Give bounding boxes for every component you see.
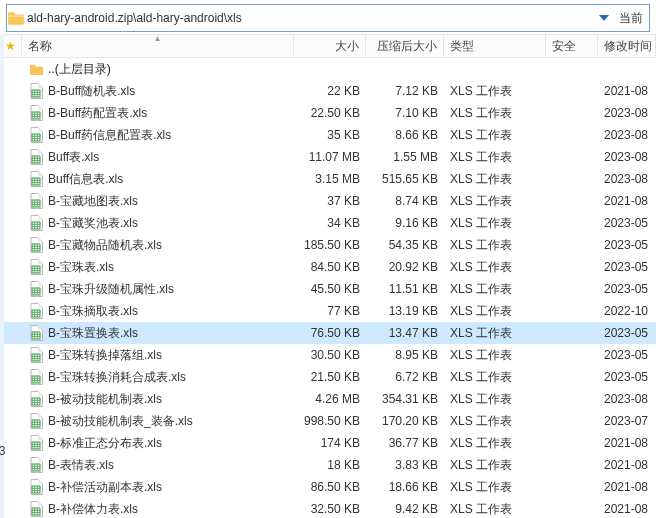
mtime-cell: 2023-08 <box>598 128 656 142</box>
type-cell: XLS 工作表 <box>444 501 546 518</box>
packed-cell: 20.92 KB <box>366 260 444 274</box>
packed-cell: 18.66 KB <box>366 480 444 494</box>
size-cell: 37 KB <box>294 194 366 208</box>
file-name: B-宝珠升级随机属性.xls <box>48 281 174 298</box>
name-cell: B-被动技能机制表_装备.xls <box>22 413 294 430</box>
xls-file-icon <box>28 149 44 165</box>
type-cell: XLS 工作表 <box>444 325 546 342</box>
name-cell: B-Buff药信息配置表.xls <box>22 127 294 144</box>
packed-cell: 6.72 KB <box>366 370 444 384</box>
size-cell: 76.50 KB <box>294 326 366 340</box>
parent-dir-row[interactable]: ..(上层目录) <box>0 58 656 80</box>
packed-cell: 7.10 KB <box>366 106 444 120</box>
type-cell: XLS 工作表 <box>444 479 546 496</box>
table-row[interactable]: B-被动技能机制表_装备.xls998.50 KB170.20 KBXLS 工作… <box>0 410 656 432</box>
table-row[interactable]: B-宝珠转换消耗合成表.xls21.50 KB6.72 KBXLS 工作表202… <box>0 366 656 388</box>
header-mtime[interactable]: 修改时间 <box>598 35 656 57</box>
address-side-label: 当前 <box>613 10 649 27</box>
type-cell: XLS 工作表 <box>444 259 546 276</box>
file-name: B-标准正态分布表.xls <box>48 435 162 452</box>
header-safe[interactable]: 安全 <box>546 35 598 57</box>
truncated-fragment: 23 <box>0 444 5 458</box>
table-row[interactable]: B-Buff药信息配置表.xls35 KB8.66 KBXLS 工作表2023-… <box>0 124 656 146</box>
size-cell: 21.50 KB <box>294 370 366 384</box>
name-cell: B-补偿活动副本表.xls <box>22 479 294 496</box>
packed-cell: 1.55 MB <box>366 150 444 164</box>
table-row[interactable]: B-被动技能机制表.xls4.26 MB354.31 KBXLS 工作表2023… <box>0 388 656 410</box>
xls-file-icon <box>28 391 44 407</box>
name-cell: B-标准正态分布表.xls <box>22 435 294 452</box>
type-cell: XLS 工作表 <box>444 127 546 144</box>
table-row[interactable]: B-宝珠表.xls84.50 KB20.92 KBXLS 工作表2023-05 <box>0 256 656 278</box>
size-cell: 22.50 KB <box>294 106 366 120</box>
name-cell: B-宝藏奖池表.xls <box>22 215 294 232</box>
table-row[interactable]: B-Buff随机表.xls22 KB7.12 KBXLS 工作表2021-08 <box>0 80 656 102</box>
size-cell: 998.50 KB <box>294 414 366 428</box>
mtime-cell: 2023-05 <box>598 216 656 230</box>
xls-file-icon <box>28 435 44 451</box>
table-row[interactable]: B-宝珠升级随机属性.xls45.50 KB11.51 KBXLS 工作表202… <box>0 278 656 300</box>
table-row[interactable]: B-宝珠转换掉落组.xls30.50 KB8.95 KBXLS 工作表2023-… <box>0 344 656 366</box>
mtime-cell: 2023-08 <box>598 172 656 186</box>
packed-cell: 13.19 KB <box>366 304 444 318</box>
mtime-cell: 2023-07 <box>598 414 656 428</box>
xls-file-icon <box>28 457 44 473</box>
table-row[interactable]: Buff信息表.xls3.15 MB515.65 KBXLS 工作表2023-0… <box>0 168 656 190</box>
packed-cell: 13.47 KB <box>366 326 444 340</box>
header-type-label: 类型 <box>450 38 474 55</box>
mtime-cell: 2023-05 <box>598 370 656 384</box>
packed-cell: 354.31 KB <box>366 392 444 406</box>
file-name: B-宝珠置换表.xls <box>48 325 138 342</box>
type-cell: XLS 工作表 <box>444 347 546 364</box>
address-path: ald-hary-android.zip\ald-hary-android\xl… <box>25 11 595 25</box>
packed-cell: 11.51 KB <box>366 282 444 296</box>
header-packed[interactable]: 压缩后大小 <box>366 35 444 57</box>
size-cell: 4.26 MB <box>294 392 366 406</box>
type-cell: XLS 工作表 <box>444 237 546 254</box>
packed-cell: 36.77 KB <box>366 436 444 450</box>
table-row[interactable]: B-补偿体力表.xls32.50 KB9.42 KBXLS 工作表2021-08 <box>0 498 656 518</box>
xls-file-icon <box>28 237 44 253</box>
address-dropdown[interactable] <box>595 15 613 21</box>
packed-cell: 8.95 KB <box>366 348 444 362</box>
xls-file-icon <box>28 215 44 231</box>
size-cell: 22 KB <box>294 84 366 98</box>
mtime-cell: 2023-08 <box>598 106 656 120</box>
table-row[interactable]: B-表情表.xls18 KB3.83 KBXLS 工作表2021-08 <box>0 454 656 476</box>
name-cell: B-宝珠升级随机属性.xls <box>22 281 294 298</box>
column-headers: ★ ▲ 名称 大小 压缩后大小 类型 安全 修改时间 <box>0 34 656 58</box>
type-cell: XLS 工作表 <box>444 435 546 452</box>
address-bar[interactable]: ald-hary-android.zip\ald-hary-android\xl… <box>6 4 650 32</box>
xls-file-icon <box>28 193 44 209</box>
table-row[interactable]: B-宝藏地图表.xls37 KB8.74 KBXLS 工作表2021-08 <box>0 190 656 212</box>
header-safe-label: 安全 <box>552 38 576 55</box>
name-cell: B-宝珠表.xls <box>22 259 294 276</box>
mtime-cell: 2021-08 <box>598 194 656 208</box>
table-row[interactable]: B-标准正态分布表.xls174 KB36.77 KBXLS 工作表2021-0… <box>0 432 656 454</box>
header-name[interactable]: ▲ 名称 <box>22 35 294 57</box>
xls-file-icon <box>28 105 44 121</box>
table-row[interactable]: B-补偿活动副本表.xls86.50 KB18.66 KBXLS 工作表2021… <box>0 476 656 498</box>
table-row[interactable]: B-宝珠置换表.xls76.50 KB13.47 KBXLS 工作表2023-0… <box>0 322 656 344</box>
name-cell: B-Buff随机表.xls <box>22 83 294 100</box>
header-size-label: 大小 <box>335 38 359 55</box>
file-name: Buff信息表.xls <box>48 171 123 188</box>
table-row[interactable]: B-Buff药配置表.xls22.50 KB7.10 KBXLS 工作表2023… <box>0 102 656 124</box>
file-name: B-补偿体力表.xls <box>48 501 138 518</box>
xls-file-icon <box>28 281 44 297</box>
type-cell: XLS 工作表 <box>444 193 546 210</box>
table-row[interactable]: Buff表.xls11.07 MB1.55 MBXLS 工作表2023-08 <box>0 146 656 168</box>
mtime-cell: 2023-05 <box>598 348 656 362</box>
size-cell: 30.50 KB <box>294 348 366 362</box>
xls-file-icon <box>28 303 44 319</box>
table-row[interactable]: B-宝珠摘取表.xls77 KB13.19 KBXLS 工作表2022-10 <box>0 300 656 322</box>
mtime-cell: 2023-05 <box>598 282 656 296</box>
sort-indicator-icon: ▲ <box>154 35 162 43</box>
table-row[interactable]: B-宝藏物品随机表.xls185.50 KB54.35 KBXLS 工作表202… <box>0 234 656 256</box>
xls-file-icon <box>28 83 44 99</box>
xls-file-icon <box>28 501 44 517</box>
header-size[interactable]: 大小 <box>294 35 366 57</box>
name-cell: B-宝珠摘取表.xls <box>22 303 294 320</box>
table-row[interactable]: B-宝藏奖池表.xls34 KB9.16 KBXLS 工作表2023-05 <box>0 212 656 234</box>
header-type[interactable]: 类型 <box>444 35 546 57</box>
